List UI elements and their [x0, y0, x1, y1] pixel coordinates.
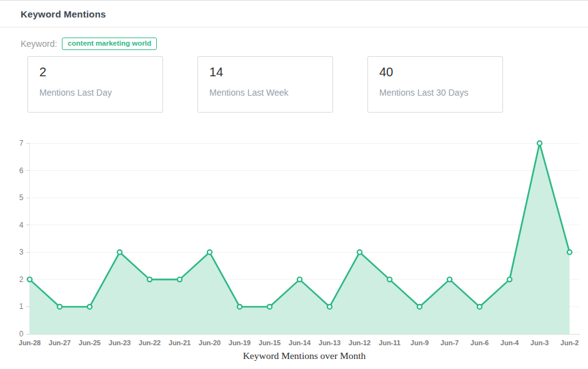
data-point-marker [447, 277, 452, 281]
x-axis-label: Jun-14 [289, 339, 311, 346]
x-axis-label: Jun-9 [411, 339, 429, 346]
data-point-marker [117, 250, 122, 255]
stat-card-last-30-days: 40 Mentions Last 30 Days [367, 56, 503, 113]
x-axis-label: Jun-25 [79, 339, 101, 346]
stat-card-last-week: 14 Mentions Last Week [197, 56, 333, 113]
data-point-marker [567, 250, 572, 255]
series-area-fill [30, 143, 570, 334]
keyword-mentions-panel: Keyword Mentions Keyword: content market… [0, 0, 588, 369]
x-axis-label: Jun-11 [379, 339, 401, 346]
x-axis-label: Jun-20 [199, 339, 221, 346]
stat-label: Mentions Last Week [209, 88, 332, 98]
stat-value: 14 [209, 65, 332, 79]
x-axis-label: Jun-22 [139, 339, 161, 346]
data-point-marker [417, 305, 422, 309]
data-point-marker [147, 277, 152, 281]
x-axis-label: Jun-15 [259, 339, 281, 346]
y-axis-label: 5 [19, 193, 24, 202]
keyword-tag[interactable]: content marketing world [62, 38, 157, 50]
data-point-marker [87, 305, 92, 309]
data-point-marker [297, 277, 302, 281]
x-axis-label: Jun-28 [19, 339, 41, 346]
x-axis-label: Jun-23 [109, 339, 131, 346]
keyword-label: Keyword: [21, 39, 57, 49]
x-axis-label: Jun-27 [49, 339, 71, 346]
x-axis-label: Jun-3 [531, 339, 549, 346]
y-axis-label: 7 [19, 139, 24, 148]
stat-card-last-day: 2 Mentions Last Day [27, 56, 163, 113]
data-point-marker [327, 305, 332, 309]
chart-caption: Keyword Mentions over Month [21, 350, 588, 361]
data-point-marker [207, 250, 212, 255]
x-axis-label: Jun-6 [471, 339, 489, 346]
stat-value: 40 [379, 65, 502, 79]
stat-label: Mentions Last Day [39, 88, 162, 98]
page-title: Keyword Mentions [21, 9, 106, 19]
data-point-marker [57, 305, 62, 309]
x-axis-label: Jun-19 [229, 339, 251, 346]
data-point-marker [537, 141, 542, 145]
stat-value: 2 [39, 65, 162, 79]
x-axis-label: Jun-4 [501, 339, 519, 346]
y-axis-label: 0 [19, 330, 24, 338]
x-axis-label: Jun-13 [319, 339, 341, 346]
y-axis-label: 2 [19, 275, 24, 284]
data-point-marker [237, 305, 242, 309]
data-point-marker [267, 305, 272, 309]
x-axis-label: Jun-2 [561, 339, 579, 346]
y-axis-label: 1 [19, 302, 24, 311]
data-point-marker [177, 277, 182, 281]
y-axis-label: 4 [19, 221, 24, 230]
x-axis-label: Jun-12 [349, 339, 371, 346]
data-point-marker [357, 250, 362, 255]
keyword-bar: Keyword: content marketing world [21, 38, 157, 50]
x-axis-label: Jun-21 [169, 339, 191, 346]
data-point-marker [387, 277, 392, 281]
data-point-marker [27, 277, 32, 281]
data-point-marker [507, 277, 512, 281]
header-divider [0, 27, 588, 28]
data-point-marker [477, 305, 482, 309]
stat-cards: 2 Mentions Last Day 14 Mentions Last Wee… [27, 56, 503, 113]
y-axis-label: 3 [19, 248, 24, 256]
stat-label: Mentions Last 30 Days [379, 88, 502, 98]
x-axis-label: Jun-7 [441, 339, 459, 346]
y-axis-label: 6 [19, 166, 24, 175]
mentions-area-chart: 01234567Jun-28Jun-27Jun-25Jun-23Jun-22Ju… [0, 129, 588, 349]
